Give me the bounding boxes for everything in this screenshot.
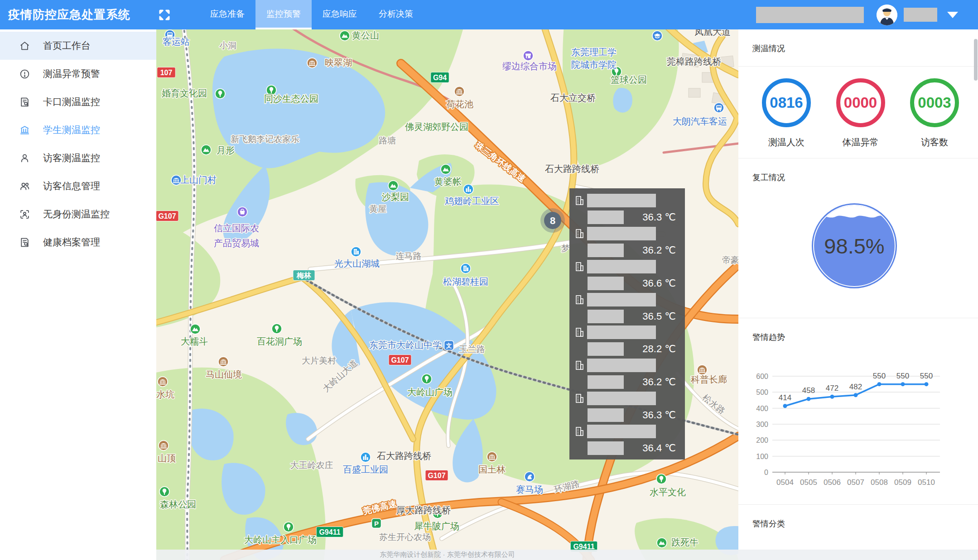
map-label: 帝豪 [722,255,738,265]
svg-text:400: 400 [756,405,768,412]
redacted-value-bar [588,211,624,224]
map-label: 路塘 [379,136,396,145]
redacted-name-bar [587,425,656,438]
tooltip-row: 36.2 ℃ [575,359,679,389]
map-label: 沙梨园 [382,192,409,202]
map-label: 客运站 [163,37,190,47]
map-label: 大王岭农庄 [290,460,333,470]
redacted-name-bar [587,392,656,405]
svg-text:G107: G107 [158,212,176,220]
svg-text:300: 300 [756,421,768,428]
temperature-value: 28.2 ℃ [642,343,679,355]
map-label: 凤凰大道 [694,29,731,37]
market-map-icon [523,51,533,61]
road-badge: 梅林 [293,270,315,281]
fact-map-icon [463,184,473,194]
menu-item-emergency-prep[interactable]: 应急准备 [199,0,255,29]
road-badge: G107 [425,470,448,481]
temperature-value: 36.5 ℃ [642,311,679,322]
map-label: 森林公园 [160,499,196,509]
sidebar-item-checkpoint-monitor[interactable]: 卡口测温监控 [0,88,156,116]
tooltip-row: 36.3 ℃ [575,392,679,422]
map-label: 马山仙境 [206,369,242,379]
document-search-icon [19,237,30,248]
scrollbar-thumb[interactable] [974,39,978,81]
map-label: 大朗汽车客运 [673,116,727,126]
temperature-value: 36.3 ℃ [642,409,679,421]
redacted-name-bar [587,260,656,273]
search-box-redacted[interactable] [756,7,864,23]
mtn-map-icon [340,31,350,41]
section-title: 警情分类 [738,505,978,529]
temperature-value: 36.2 ℃ [642,244,679,256]
redacted-value-bar [588,277,624,290]
map-label: 石大路跨线桥 [377,451,431,461]
sidebar-item-visitor-monitor[interactable]: 访客测温监控 [0,144,156,172]
map-label: 赛马场 [516,484,543,494]
redacted-name-bar [587,293,656,306]
sidebar-item-home[interactable]: 首页工作台 [0,32,156,60]
warning-circle-icon [19,68,30,80]
bank-map-icon [171,175,181,185]
tree-map-icon [159,487,169,497]
tree-map-icon [656,474,666,484]
building-icon [575,426,584,437]
svg-text:550: 550 [896,372,909,380]
stat-circle-访客数: 0003访客数 [910,78,959,148]
map-area[interactable]: 文 P [156,29,738,560]
map-label: 佛灵湖郊野公园 [405,122,468,132]
road-badge: G107 [389,355,411,365]
alert-trend-section: 警情趋势 01002003004005006000504050505060507… [738,318,978,505]
redacted-value-bar [588,342,624,356]
menu-item-monitor-warning[interactable]: 监控预警 [255,0,312,29]
temp-stats: 0816测温人次0000体温异常0003访客数 [738,78,978,148]
map-label: 苏生开心农场 [379,532,431,542]
sidebar-item-health-archive[interactable]: 健康档案管理 [0,228,156,256]
sidebar-item-label: 学生测温监控 [43,124,100,136]
resume-rate-value: 98.5% [824,234,884,258]
svg-text:458: 458 [802,386,815,395]
redacted-value-bar [588,375,624,389]
sidebar-item-label: 访客测温监控 [43,152,100,164]
svg-text:200: 200 [756,436,768,444]
temperature-value: 36.2 ℃ [642,376,679,388]
map-label: 上山门村 [180,175,217,185]
document-search-icon [19,96,30,108]
temperature-value: 36.3 ℃ [642,211,679,223]
section-title: 复工情况 [738,158,978,183]
menu-item-analysis-decision[interactable]: 分析决策 [368,0,424,29]
menu-item-emergency-response[interactable]: 应急响应 [312,0,368,29]
mtn-map-icon [441,164,451,174]
scan-frame-icon [19,209,30,220]
map-label: 同沙生态公园 [264,94,318,104]
cluster-marker[interactable]: 8 [540,208,565,233]
tree-map-icon [422,374,432,384]
username-redacted [904,8,937,22]
map-label: 产品贸易城 [214,238,259,248]
main-menu: 应急准备 监控预警 应急响应 分析决策 [199,0,424,29]
svg-text:0: 0 [764,469,768,476]
map-label: 科普长廊 [690,374,727,384]
user-dropdown-caret-icon[interactable] [947,12,958,18]
home-icon [19,40,30,52]
sidebar-item-noid-monitor[interactable]: 无身份测温监控 [0,200,156,228]
sidebar-item-temp-warning[interactable]: 测温异常预警 [0,60,156,88]
sidebar-item-visitor-info[interactable]: 访客信息管理 [0,172,156,200]
map-label: 厚大路跨线桥 [396,505,451,515]
navbar-right [756,5,958,25]
building-icon [575,294,584,305]
mtn-map-icon [657,538,667,548]
cart-map-icon [237,207,247,217]
map-label: 莞樟路跨线桥 [667,57,721,67]
building-icon [575,228,584,239]
svg-text:G107: G107 [391,356,409,364]
bank-map-icon [159,440,169,450]
horse-map-icon [525,472,535,482]
sidebar-item-student-monitor[interactable]: 学生测温监控 [0,116,156,144]
fullscreen-button[interactable] [157,7,172,23]
redacted-name-bar [587,227,656,240]
svg-text:107: 107 [160,69,173,77]
map-label: 松湖碧桂园 [443,277,488,287]
svg-text:0509: 0509 [894,478,911,487]
avatar[interactable] [877,5,897,25]
